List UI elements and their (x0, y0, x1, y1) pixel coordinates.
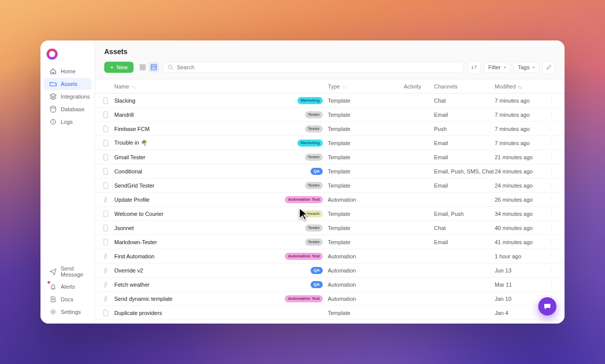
col-modified[interactable]: Modified↑↓ (495, 83, 545, 89)
table-row[interactable]: First AutomationAutomation TestAutomatio… (95, 249, 565, 263)
sidebar: HomeAssetsIntegrationsDatabaseLogs Send … (40, 40, 95, 324)
row-name: Update Profile (114, 197, 211, 203)
tags-button[interactable]: Tags ▾ (513, 62, 539, 73)
sidebar-item-logs[interactable]: Logs (44, 116, 92, 128)
table-row[interactable]: SendGrid TesterTesterTemplateEmail24 min… (95, 178, 565, 193)
bell-icon (50, 283, 57, 290)
tags-label: Tags (518, 64, 530, 70)
table-row[interactable]: SlackingMarketingTemplateChat7 minutes a… (95, 94, 565, 108)
col-name[interactable]: Name↑↓ (114, 83, 211, 89)
table-row[interactable]: Update ProfileAutomation TestAutomation2… (95, 193, 565, 207)
sidebar-item-home[interactable]: Home (44, 65, 92, 77)
row-type: Template (328, 183, 363, 189)
table-row[interactable]: MandrillTesterTemplateEmail7 minutes ago… (95, 108, 565, 122)
table-row[interactable]: Trouble in 🌴MarketingTemplateEmail7 minu… (95, 136, 565, 150)
row-tag: Tester (211, 224, 328, 232)
sidebar-item-assets[interactable]: Assets (44, 78, 92, 90)
row-name: Slacking (114, 98, 211, 104)
row-actions-button[interactable]: ⋮ (545, 140, 557, 146)
row-actions-button[interactable]: ⋮ (545, 239, 557, 245)
table-row[interactable]: Send dynamic templateAutomation TestAuto… (95, 292, 565, 306)
row-name: Jsonnet (114, 225, 211, 231)
row-tag: QA (211, 281, 328, 288)
row-channels: Email (434, 140, 495, 146)
col-type[interactable]: Type↑↓ (328, 83, 363, 89)
row-actions-button[interactable]: ⋮ (545, 267, 557, 274)
row-type: Template (328, 310, 363, 316)
row-modified: Jan 4 (495, 310, 545, 316)
row-tag: QA (211, 167, 328, 175)
sidebar-item-integrations[interactable]: Integrations (44, 90, 92, 103)
row-tag: Automation Test (211, 196, 328, 203)
row-actions-button[interactable]: ⋮ (545, 182, 557, 189)
row-channels: Push (434, 126, 495, 132)
row-actions-button[interactable]: ⋮ (545, 154, 557, 160)
row-type: Template (328, 168, 363, 174)
chat-icon (543, 302, 551, 310)
edit-columns-button[interactable] (542, 61, 555, 74)
docs-icon (50, 296, 57, 303)
row-actions-button[interactable]: ⋮ (545, 210, 557, 217)
grid-view-button[interactable] (138, 62, 148, 72)
table-row[interactable]: ConditionalQATemplateEmail, Push, SMS, C… (95, 164, 565, 178)
row-name: Fetch weather (114, 282, 211, 288)
table-row[interactable]: Duplicate providersTemplateJan 4⋮ (95, 306, 565, 320)
sort-indicator-icon: ↑↓ (131, 84, 136, 89)
search-input[interactable] (177, 64, 459, 70)
row-channels: Chat (434, 98, 495, 104)
row-modified: 7 minutes ago (495, 112, 545, 118)
table-row[interactable]: Gmail TesterTesterTemplateEmail21 minute… (95, 150, 565, 164)
row-actions-button[interactable]: ⋮ (545, 168, 557, 174)
row-tag: Tester (211, 153, 328, 161)
row-actions-button[interactable]: ⋮ (545, 224, 557, 231)
table-row[interactable]: JsonnetTesterTemplateChat40 minutes ago⋮ (95, 221, 565, 235)
sidebar-item-label: Send Message (61, 265, 85, 278)
main-panel: Assets + New (95, 40, 565, 324)
table-row[interactable]: Welcome to CourierOutreachTemplateEmail,… (95, 207, 565, 221)
file-icon (102, 210, 114, 217)
row-channels: Email (434, 112, 495, 118)
new-button[interactable]: + New (104, 62, 134, 73)
chevron-down-icon: ▾ (504, 65, 506, 70)
sort-button[interactable] (467, 61, 481, 74)
svg-rect-7 (151, 65, 156, 70)
row-actions-button[interactable]: ⋮ (545, 196, 557, 203)
filter-button[interactable]: Filter ▾ (484, 62, 510, 73)
row-type: Template (328, 154, 363, 160)
row-actions-button[interactable]: ⋮ (545, 97, 557, 104)
sidebar-item-database[interactable]: Database (44, 103, 92, 115)
col-activity[interactable]: Activity (404, 83, 434, 89)
list-view-button[interactable] (149, 62, 159, 72)
row-channels: Email, Push, SMS, Chat (434, 168, 495, 174)
row-type: Template (328, 126, 363, 132)
row-actions-button[interactable]: ⋮ (545, 281, 557, 288)
row-type: Automation (328, 296, 363, 302)
col-channels[interactable]: Channels (434, 83, 495, 89)
sidebar-item-settings[interactable]: Settings (44, 306, 92, 318)
sidebar-item-alerts[interactable]: Alerts (44, 281, 92, 293)
sidebar-item-docs[interactable]: Docs (44, 293, 92, 305)
row-actions-button[interactable]: ⋮ (545, 125, 557, 132)
row-tag: Outreach (211, 210, 328, 217)
table-row[interactable]: Markdown-TesterTesterTemplateEmail41 min… (95, 235, 565, 249)
row-tag: QA (211, 266, 328, 274)
table-row[interactable]: Fetch weatherQAAutomationMar 11⋮ (95, 278, 565, 292)
svg-point-0 (51, 106, 56, 108)
chat-fab[interactable] (538, 297, 556, 315)
row-name: Trouble in 🌴 (114, 140, 211, 146)
sidebar-item-send-message[interactable]: Send Message (44, 263, 92, 280)
file-icon (102, 125, 114, 132)
send-icon (50, 268, 57, 275)
table-row[interactable]: Override v2QAAutomationJun 13⋮ (95, 263, 565, 278)
row-type: Automation (328, 253, 363, 259)
row-name: Firebase FCM (114, 126, 211, 132)
row-type: Template (328, 112, 363, 118)
file-icon (102, 154, 114, 161)
row-actions-button[interactable]: ⋮ (545, 111, 557, 118)
table-row[interactable]: Firebase FCMTesterTemplatePush7 minutes … (95, 122, 565, 136)
row-tag: Tester (211, 125, 328, 132)
row-tag: Automation Test (211, 252, 328, 260)
row-modified: Mar 11 (495, 282, 545, 288)
search-box[interactable] (163, 62, 463, 73)
row-actions-button[interactable]: ⋮ (545, 253, 557, 259)
